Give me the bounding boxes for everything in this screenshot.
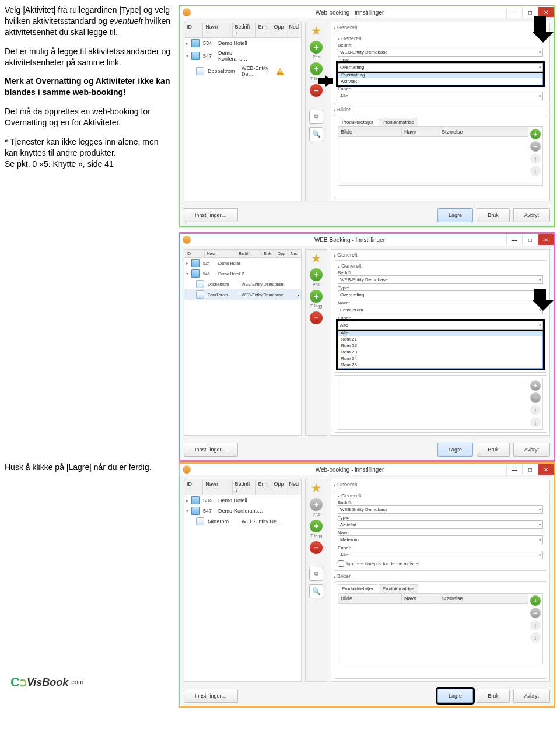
col-bilde[interactable]: Bilde (338, 594, 402, 603)
lagre-button[interactable]: Lagre (438, 443, 473, 457)
col-innernavn[interactable]: Navn (402, 127, 439, 136)
navn-select[interactable]: Møterom▾ (338, 535, 543, 544)
navn-select[interactable]: Familierom▾ (338, 306, 543, 314)
table-row[interactable]: MøteromWEB-Entity De… (184, 516, 301, 527)
dropdown-option[interactable]: Rom 21 (338, 336, 542, 342)
table-row[interactable]: ▸ 534 Demo Hotell (184, 38, 301, 48)
lagre-button[interactable]: Lagre (438, 208, 473, 222)
tab-matrise[interactable]: Produktmatrise (379, 584, 418, 593)
add-tillegg-button[interactable]: + (310, 62, 323, 75)
col-id[interactable]: ID (184, 250, 205, 257)
col-ned[interactable]: Ned (286, 479, 301, 495)
dropdown-option[interactable]: Rom 24 (338, 355, 542, 362)
maximize-button[interactable]: □ (522, 7, 538, 17)
col-bedrift[interactable]: Bedrift ▲ (233, 479, 256, 495)
type-select[interactable]: Aktivitet▾ (338, 520, 543, 529)
maximize-button[interactable]: □ (522, 464, 538, 475)
table-row[interactable]: ▸534Demo Hotell (184, 495, 301, 506)
section-generelt[interactable]: Generelt (338, 493, 543, 499)
lagre-button[interactable]: Lagre (438, 689, 473, 703)
col-storrelse[interactable]: Størrelse (439, 127, 528, 136)
dropdown-option[interactable]: Alle (338, 330, 542, 336)
enhet-select[interactable]: Alle▾ (338, 92, 543, 100)
col-bedrift[interactable]: Bedrift (236, 250, 261, 257)
tab-matrise[interactable]: Produktmatrise (379, 118, 418, 126)
star-icon[interactable]: ★ (310, 252, 323, 265)
img-up-button[interactable]: ↑ (530, 153, 541, 164)
dropdown-option[interactable]: Rom 23 (338, 349, 542, 355)
star-icon[interactable]: ★ (310, 24, 323, 37)
bruk-button[interactable]: Bruk (477, 689, 510, 703)
img-add-button[interactable]: + (530, 129, 541, 139)
img-add-button[interactable]: + (530, 595, 541, 606)
ignorer-checkbox[interactable] (338, 560, 344, 567)
avbryt-button[interactable]: Avbryt (513, 208, 550, 222)
bruk-button[interactable]: Bruk (477, 443, 510, 457)
type-select[interactable]: Overnatting▾ (338, 290, 543, 299)
avbryt-button[interactable]: Avbryt (513, 689, 550, 703)
table-row[interactable]: ▾547Demo-Konferans… (184, 506, 301, 516)
add-tillegg-button[interactable]: + (310, 290, 323, 303)
col-opp[interactable]: Opp (271, 22, 286, 37)
bruk-button[interactable]: Bruk (477, 208, 510, 222)
dropdown-option[interactable]: Overnatting (338, 72, 542, 78)
type-select[interactable]: Overnatting▾ (338, 63, 543, 72)
col-opp[interactable]: Opp (275, 250, 289, 257)
col-innernavn[interactable]: Navn (402, 594, 439, 603)
enhet-dropdown[interactable]: Alle Rom 21 Rom 22 Rom 23 Rom 24 Rom 25 (338, 329, 543, 369)
img-del-button[interactable]: − (530, 392, 541, 403)
search-button[interactable]: 🔍 (309, 584, 323, 598)
col-ned[interactable]: Ned (288, 250, 301, 257)
col-bilde[interactable]: Bilde (338, 127, 402, 136)
add-button[interactable]: + (310, 268, 323, 281)
dropdown-option[interactable]: Rom 25 (338, 362, 542, 368)
close-button[interactable]: ✕ (538, 7, 554, 17)
tab-detaljer[interactable]: Produktdetaljer (338, 584, 377, 593)
table-row[interactable]: DobbeltromWEB-Entity Demobase (184, 279, 301, 289)
col-enh[interactable]: Enh. (256, 22, 271, 37)
img-up-button[interactable]: ↑ (530, 405, 541, 415)
col-navn[interactable]: Navn (203, 479, 232, 495)
avbryt-button[interactable]: Avbryt (513, 443, 550, 457)
img-down-button[interactable]: ↓ (530, 417, 541, 427)
col-ned[interactable]: Ned (286, 22, 301, 37)
table-row[interactable]: ▸534Demo Hotell (184, 258, 301, 268)
add-button[interactable]: + (310, 498, 323, 511)
table-row[interactable]: FamilieromWEB-Entity Demobase▾ (184, 289, 301, 300)
col-navn[interactable]: Navn (203, 22, 232, 37)
col-enh[interactable]: Enh. (261, 250, 275, 257)
col-storrelse[interactable]: Størrelse (439, 594, 528, 603)
maximize-button[interactable]: □ (522, 234, 538, 245)
col-navn[interactable]: Navn (205, 250, 236, 257)
bedrift-select[interactable]: WEB-Entity Demobase▾ (338, 48, 543, 57)
innstillinger-button[interactable]: Innstillinger… (184, 208, 238, 222)
copy-button[interactable]: ⧉ (309, 110, 323, 124)
bedrift-select[interactable]: WEB-Entity Demobase▾ (338, 505, 543, 514)
img-down-button[interactable]: ↓ (530, 632, 541, 643)
img-add-button[interactable]: + (530, 380, 541, 391)
tab-detaljer[interactable]: Produktdetaljer (338, 118, 377, 126)
minimize-button[interactable]: — (506, 234, 522, 245)
section-generelt[interactable]: Generelt (338, 263, 543, 269)
col-enh[interactable]: Enh. (256, 479, 271, 495)
table-row[interactable]: Dobbeltrom WEB-Entity De… ! (184, 64, 301, 79)
enhet-select[interactable]: Alle▾ (338, 551, 543, 559)
close-button[interactable]: ✕ (538, 234, 554, 245)
table-row[interactable]: ▾545Demo Hotell 2 (184, 268, 301, 279)
enhet-select[interactable]: Alle▾ (338, 321, 543, 330)
add-button[interactable]: + (310, 41, 323, 54)
minimize-button[interactable]: — (506, 464, 522, 475)
delete-button[interactable]: − (310, 84, 323, 97)
innstillinger-button[interactable]: Innstillinger… (184, 443, 238, 457)
type-dropdown[interactable]: Overnatting Aktivitet (338, 71, 543, 85)
close-button[interactable]: ✕ (538, 464, 554, 475)
img-del-button[interactable]: − (530, 141, 541, 152)
search-button[interactable]: 🔍 (309, 127, 323, 141)
img-down-button[interactable]: ↓ (530, 166, 541, 176)
col-bedrift[interactable]: Bedrift ▲ (233, 22, 256, 37)
img-up-button[interactable]: ↑ (530, 620, 541, 630)
section-bilder[interactable]: Bilder (334, 107, 547, 113)
add-tillegg-button[interactable]: + (310, 520, 323, 532)
copy-button[interactable]: ⧉ (309, 567, 323, 581)
col-id[interactable]: ID (184, 22, 203, 37)
